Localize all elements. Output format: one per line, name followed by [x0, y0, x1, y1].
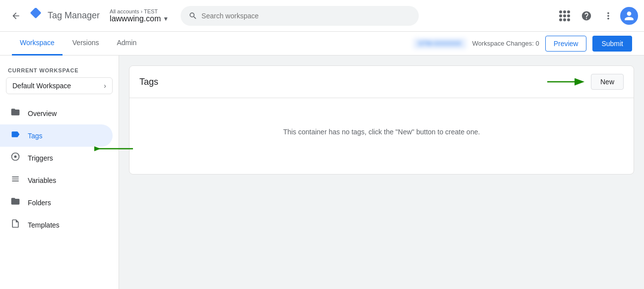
sidebar-item-triggers[interactable]: Triggers	[0, 147, 113, 169]
templates-icon	[10, 219, 21, 231]
sidebar-section-label: CURRENT WORKSPACE	[0, 63, 119, 75]
breadcrumb-main[interactable]: lawwwing.com ▼	[110, 14, 169, 23]
workspace-selector[interactable]: Default Workspace ›	[6, 77, 113, 94]
workspace-name: Default Workspace	[12, 82, 71, 90]
sidebar-item-templates[interactable]: Templates	[0, 214, 113, 236]
more-vert-icon	[603, 10, 614, 21]
grid-icon	[559, 10, 570, 21]
tab-workspace[interactable]: Workspace	[12, 32, 63, 56]
breadcrumb-account: lawwwing.com	[110, 14, 161, 23]
svg-rect-0	[30, 8, 42, 18]
help-icon	[581, 10, 592, 21]
preview-button[interactable]: Preview	[545, 36, 587, 52]
breadcrumb: All accounts › TEST lawwwing.com ▼	[110, 8, 169, 23]
sidebar-item-folders[interactable]: Folders	[0, 191, 113, 214]
main-layout: CURRENT WORKSPACE Default Workspace › Ov…	[0, 56, 644, 289]
nav-tabs: Workspace Versions Admin GTM-XXXXXXX Wor…	[0, 32, 644, 56]
workspace-changes: Workspace Changes: 0	[472, 40, 539, 47]
breadcrumb-top: All accounts › TEST	[110, 8, 169, 14]
tags-card: Tags New This container has no tags, cli…	[129, 65, 634, 174]
search-icon	[189, 11, 197, 20]
folders-icon	[10, 196, 21, 209]
help-button[interactable]	[577, 6, 596, 26]
tags-icon	[10, 129, 21, 142]
sidebar-item-variables[interactable]: Variables	[0, 169, 113, 191]
arrow-to-new	[547, 76, 587, 88]
back-button[interactable]	[6, 6, 26, 26]
workspace-chevron: ›	[104, 82, 106, 90]
sidebar-item-triggers-label: Triggers	[28, 154, 53, 162]
overview-icon	[10, 107, 21, 119]
sidebar-item-overview[interactable]: Overview	[0, 102, 113, 124]
sidebar-item-tags[interactable]: Tags	[0, 124, 113, 147]
empty-message: This container has no tags, click the "N…	[283, 128, 480, 136]
tags-card-title: Tags	[139, 77, 158, 87]
sidebar-item-variables-label: Variables	[28, 176, 56, 184]
sidebar-item-overview-label: Overview	[28, 110, 57, 117]
sidebar-item-templates-label: Templates	[28, 221, 60, 229]
triggers-icon	[10, 152, 21, 164]
submit-button[interactable]: Submit	[592, 36, 632, 52]
new-button[interactable]: New	[591, 74, 624, 90]
nav-right: GTM-XXXXXXX Workspace Changes: 0 Preview…	[413, 36, 632, 52]
gtm-id-badge: GTM-XXXXXXX	[413, 38, 466, 49]
content-area: Tags New This container has no tags, cli…	[119, 56, 644, 289]
more-options-button[interactable]	[598, 6, 618, 26]
app-name: Tag Manager	[48, 10, 100, 21]
tab-admin[interactable]: Admin	[109, 32, 144, 56]
svg-point-2	[14, 156, 17, 158]
breadcrumb-dropdown-icon: ▼	[163, 15, 169, 22]
topbar-actions	[555, 6, 638, 26]
sidebar-item-folders-label: Folders	[28, 199, 51, 207]
sidebar-item-tags-label: Tags	[28, 132, 43, 140]
sidebar: CURRENT WORKSPACE Default Workspace › Ov…	[0, 56, 119, 289]
variables-icon	[10, 174, 21, 186]
sidebar-nav: Overview Tags Triggers Var	[0, 102, 119, 236]
tags-empty-state: This container has no tags, click the "N…	[129, 98, 634, 166]
search-input[interactable]	[201, 12, 411, 20]
tab-versions[interactable]: Versions	[64, 32, 107, 56]
tags-card-header: Tags New	[129, 66, 634, 98]
app-logo	[28, 8, 44, 24]
grid-apps-button[interactable]	[555, 6, 575, 26]
topbar: Tag Manager All accounts › TEST lawwwing…	[0, 0, 644, 32]
user-avatar[interactable]	[620, 7, 638, 25]
search-bar[interactable]	[181, 6, 419, 26]
